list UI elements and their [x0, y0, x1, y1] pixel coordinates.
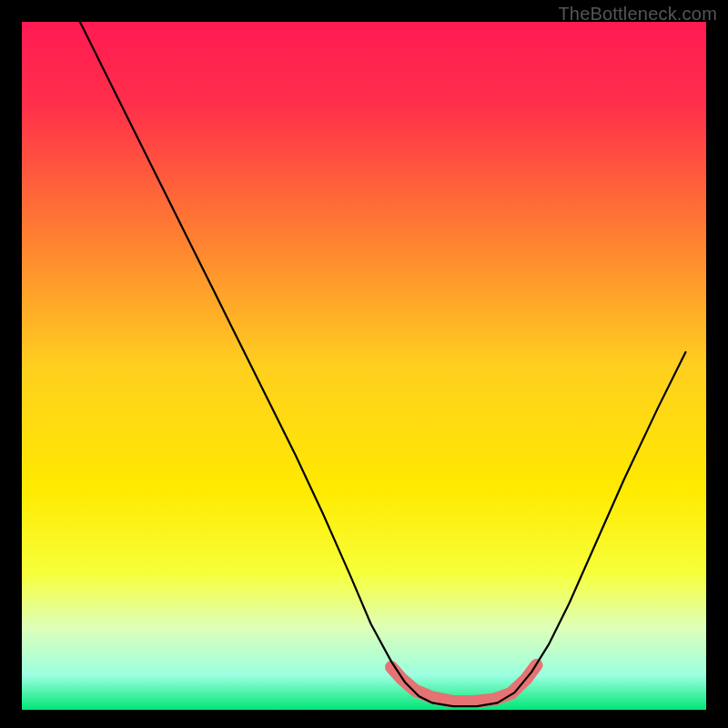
watermark-text: TheBottleneck.com: [558, 4, 717, 25]
bottleneck-chart: [0, 0, 728, 728]
chart-stage: TheBottleneck.com: [0, 0, 728, 728]
